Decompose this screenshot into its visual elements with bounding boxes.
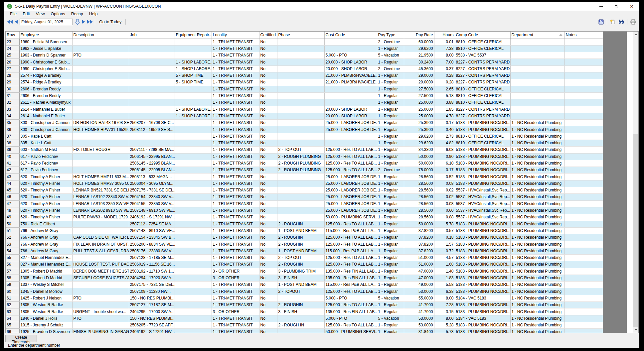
grid-cell[interactable]: 7.00: [434, 59, 455, 65]
grid-cell[interactable]: 25.000 - LABORER JOB DE...: [324, 207, 377, 214]
row-number[interactable]: 32: [6, 99, 19, 106]
row-number[interactable]: 38: [6, 140, 19, 146]
grid-cell[interactable]: [564, 99, 603, 106]
grid-cell[interactable]: [72, 288, 129, 295]
grid-cell[interactable]: 5183 - PLUMBING NOC/DRI...: [455, 261, 510, 268]
grid-cell[interactable]: 3 - OR OTHER: [212, 268, 259, 275]
row-number[interactable]: 58: [6, 275, 19, 281]
grid-cell[interactable]: 125.000 - Res TO ALL LAB...: [324, 241, 377, 248]
grid-cell[interactable]: PTO: [72, 52, 129, 59]
grid-cell[interactable]: [277, 113, 324, 119]
grid-cell[interactable]: 2506205 - 7723 SE AFF...: [129, 322, 175, 328]
grid-cell[interactable]: [564, 153, 603, 160]
grid-cell[interactable]: 2507148 - 8910 SW VE...: [129, 207, 175, 214]
grid-cell[interactable]: 29.6200: [404, 140, 434, 146]
grid-cell[interactable]: No: [259, 241, 277, 248]
grid-cell[interactable]: No: [259, 79, 277, 86]
row-number[interactable]: 65: [6, 322, 19, 328]
grid-cell[interactable]: 1 - Regular: [377, 92, 404, 99]
grid-cell[interactable]: [175, 234, 212, 241]
grid-cell[interactable]: [277, 59, 324, 65]
grid-cell[interactable]: [175, 241, 212, 248]
grid-cell[interactable]: 2505176 - 23880 SW V...: [129, 248, 175, 254]
row-number[interactable]: 62: [6, 302, 19, 308]
grid-cell[interactable]: 3.88: [434, 99, 455, 106]
grid-cell[interactable]: No: [259, 174, 277, 180]
grid-cell[interactable]: [175, 315, 212, 322]
grid-cell[interactable]: [175, 308, 212, 315]
row-number[interactable]: 46: [6, 194, 19, 200]
grid-cell[interactable]: 3 - FINISH: [277, 275, 324, 281]
grid-cell[interactable]: 125.000 - Res TO ALL LAB...: [324, 322, 377, 328]
grid-cell[interactable]: 1 - Regular: [377, 133, 404, 140]
grid-cell[interactable]: [564, 160, 603, 167]
grid-cell[interactable]: 5537 - HVAC/Install,Svc,Rep...: [455, 200, 510, 207]
row-number[interactable]: 53: [6, 241, 19, 248]
grid-cell[interactable]: No: [259, 255, 277, 261]
grid-cell[interactable]: 1 - TRI-MET TRANSIT: [212, 227, 259, 234]
grid-cell[interactable]: 2574 - Ridge A Bradley: [19, 79, 72, 86]
row-number[interactable]: 52: [6, 234, 19, 241]
grid-cell[interactable]: 45.3600: [404, 65, 434, 72]
grid-cell[interactable]: 50.0000: [404, 160, 434, 167]
grid-cell[interactable]: 1 - TRI-MET TRANSIT: [212, 200, 259, 207]
grid-cell[interactable]: [72, 79, 129, 86]
scrollbar-thumb[interactable]: [633, 134, 638, 327]
grid-cell[interactable]: 1 - Regular: [377, 79, 404, 86]
grid-cell[interactable]: 5183 - PLUMBING NOC/DRI...: [455, 174, 510, 180]
grid-cell[interactable]: 50.000 - PLUMBING SERVI...: [324, 329, 377, 333]
grid-cell[interactable]: 1 - Regular: [377, 106, 404, 113]
grid-cell[interactable]: [510, 59, 564, 65]
grid-cell[interactable]: 30.2400: [404, 59, 434, 65]
grid-cell[interactable]: 51.0000: [404, 261, 434, 268]
grid-cell[interactable]: 1962 - Jesse L Spanke: [19, 45, 72, 52]
grid-cell[interactable]: 1 - TRI-MET TRANSIT: [212, 241, 259, 248]
grid-cell[interactable]: [72, 92, 129, 99]
grid-cell[interactable]: [175, 86, 212, 92]
row-number[interactable]: 60: [6, 288, 19, 295]
grid-cell[interactable]: 5.28: [434, 322, 455, 328]
grid-cell[interactable]: LENNAR LAS193 2350 SW VE...: [72, 200, 129, 207]
column-header-notes[interactable]: Notes: [564, 32, 603, 39]
grid-cell[interactable]: No: [259, 120, 277, 126]
grid-cell[interactable]: 1 - TRI-MET TRANSIT: [212, 207, 259, 214]
grid-cell[interactable]: 1805 - Weston R Radke: [19, 308, 72, 315]
grid-cell[interactable]: 1 - NC Residential Plumbing: [510, 180, 564, 187]
grid-cell[interactable]: 1 - Regular: [377, 302, 404, 308]
grid-cell[interactable]: 2506145 - 22995 BLAN...: [129, 153, 175, 160]
grid-cell[interactable]: 1915 - Jeremy J Schultz: [19, 322, 72, 328]
grid-cell[interactable]: 1 - TRI-MET TRANSIT: [212, 288, 259, 295]
grid-cell[interactable]: 5183 - PLUMBING NOC/DRI...: [455, 126, 510, 133]
grid-cell[interactable]: 37.8200: [404, 227, 434, 234]
grid-cell[interactable]: No: [259, 194, 277, 200]
grid-cell[interactable]: 2507175 - 7331 SE DEL...: [129, 187, 175, 194]
grid-cell[interactable]: 5183 - PLUMBING NOC/DRI...: [455, 120, 510, 126]
next-day-double-icon[interactable]: [87, 20, 93, 24]
grid-cell[interactable]: [72, 282, 129, 288]
grid-cell[interactable]: 125.000 - Res TO ALL LAB...: [324, 255, 377, 261]
grid-cell[interactable]: [324, 39, 377, 45]
grid-cell[interactable]: [175, 268, 212, 275]
grid-cell[interactable]: 1305 - Robert D Madrid: [19, 268, 72, 275]
grid-cell[interactable]: 125.000 - Res TO ALL LAB...: [324, 147, 377, 153]
row-number[interactable]: 33: [6, 106, 19, 113]
grid-cell[interactable]: 1 - SHOP LABORE...: [175, 113, 212, 119]
grid-cell[interactable]: [277, 45, 324, 52]
grid-cell[interactable]: [564, 248, 603, 254]
grid-cell[interactable]: 4.82: [434, 140, 455, 146]
grid-cell[interactable]: 1 - TRI-MET TRANSIT: [212, 180, 259, 187]
row-number[interactable]: 66: [6, 329, 19, 333]
grid-cell[interactable]: 1 - NC Residential Plumbing: [510, 174, 564, 180]
grid-cell[interactable]: 5183 - PLUMBING NOC/DRI...: [455, 268, 510, 275]
column-header-equipment-repair[interactable]: Equipment Repair...: [175, 32, 212, 39]
grid-cell[interactable]: 1 - POST AND BEAM: [277, 282, 324, 288]
grid-cell[interactable]: [175, 160, 212, 167]
grid-cell[interactable]: 1 - SHOP LABORE...: [175, 106, 212, 113]
grid-cell[interactable]: [564, 295, 603, 301]
column-header-description[interactable]: Description: [72, 32, 129, 39]
grid-cell[interactable]: 51.0000: [404, 255, 434, 261]
grid-cell[interactable]: 135.000 - Res FIN ALL LAB...: [324, 275, 377, 281]
grid-cell[interactable]: SECURE LOOSE FAUCETS AT...: [72, 275, 129, 281]
grid-cell[interactable]: 25.000 - LABORER JOB DE...: [324, 180, 377, 187]
grid-cell[interactable]: 28.5600: [404, 194, 434, 200]
